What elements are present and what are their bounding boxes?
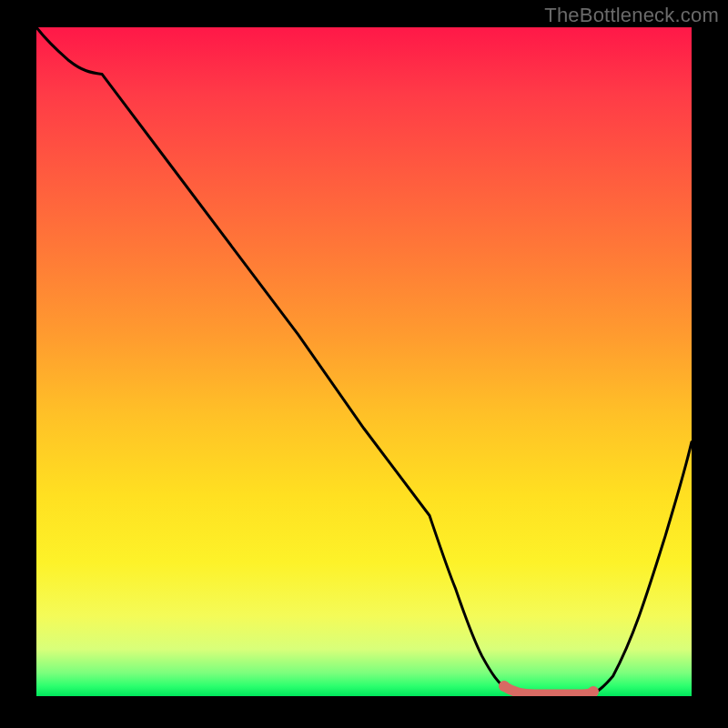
chart-frame: TheBottleneck.com	[0, 0, 728, 728]
plot-area	[36, 27, 692, 696]
watermark-text: TheBottleneck.com	[544, 4, 719, 27]
highlight-cap-left	[499, 681, 510, 692]
optimal-range-highlight	[504, 686, 593, 694]
highlight-cap-right	[588, 686, 599, 696]
bottleneck-curve	[36, 27, 692, 696]
curve-layer	[36, 27, 692, 696]
